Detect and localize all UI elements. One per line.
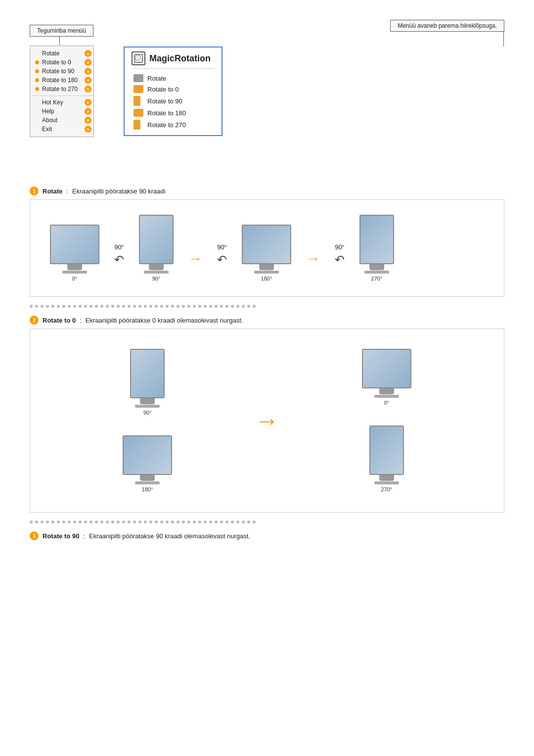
badge-4: 4 [85,77,91,84]
menu-item-hotkey[interactable]: Hot Key 6 [30,98,93,107]
badge-3: 3 [85,68,91,75]
section2-diagram: 90° 180° → 0° [30,329,504,513]
menu-label-help: Help [42,108,54,115]
menu-label-rotate: Rotate [42,50,59,57]
screen-270 [360,216,393,263]
magic-popup: MagicRotation Rotate Rotate to 0 Rotate … [124,47,222,136]
degree-0: 0° [72,276,78,282]
section1-diagram: 0° 90° ↷ 90° → 90° ↷ [30,199,504,297]
menu-label-rotate0: Rotate to 0 [42,59,71,66]
menu-label-rotate270: Rotate to 270 [42,86,78,93]
section3-colon: : [83,532,85,540]
section2-badge: 2 [30,316,39,325]
menu-item-rotate0[interactable]: Rotate to 0 2 [30,58,93,67]
monitor-screen-0 [50,225,99,264]
magic-item-rotate180[interactable]: Rotate to 180 [132,107,215,118]
menu-label-rotate180: Rotate to 180 [42,77,78,84]
arrow-orange-2: → [306,251,320,267]
degree-270: 270° [371,276,383,282]
menu-item-rotate90[interactable]: Rotate to 90 3 [30,67,93,76]
screen-0 [51,226,98,263]
badge-1: 1 [85,50,91,57]
section2-heading: 2 Rotate to 0 : Ekraanipilti pööratakse … [30,316,504,325]
magic-item-rotate90[interactable]: Rotate to 90 [132,94,215,107]
monitor2-180: 180° [123,435,172,492]
stand-0 [67,264,82,270]
stand2-90 [140,398,155,404]
section1-desc: Ekraanipilti pööratakse 90 kraadi [72,188,166,195]
spacer1 [30,147,504,187]
deg-top-1: 90° [114,243,124,251]
badge-9: 9 [85,126,91,133]
monitor-screen-180 [242,225,291,264]
screen2-0 [363,350,410,387]
section3-badge: 3 [30,531,39,540]
arrow-1: ↷ [114,253,124,267]
deg2-0: 0° [384,400,390,406]
arrow-orange-1: → [188,251,202,267]
dot-5 [35,87,39,91]
monitor2-screen-270 [369,425,404,475]
base-270 [364,271,389,274]
section3-desc: Ekraanipilti pööratakse 90 kraadi olemas… [89,532,250,540]
menu-item-about[interactable]: About 8 [30,116,93,125]
magic-icon-rotate0 [134,85,143,93]
magic-icon [132,51,145,65]
magic-title-row: MagicRotation [132,51,215,69]
screen2-180 [124,436,171,474]
section2-colon: : [80,317,82,324]
menu-item-exit[interactable]: Exit 9 [30,125,93,134]
screen-90 [140,216,173,263]
monitor2-screen-0 [362,349,411,388]
magic-label-rotate270: Rotate to 270 [147,121,186,129]
stand-270 [369,264,384,270]
monitor-0deg: 0° [50,222,99,282]
magic-item-rotate270[interactable]: Rotate to 270 [132,118,215,131]
base2-90 [135,405,160,408]
menu-item-help[interactable]: Help 7 [30,107,93,116]
magic-title-text: MagicRotation [149,53,211,64]
monitor-screen-270 [359,215,394,264]
magic-item-rotate0[interactable]: Rotate to 0 [132,84,215,94]
magic-label-rotate0: Rotate to 0 [147,86,179,93]
monitor2-270: 270° [369,425,404,492]
menu-label-exit: Exit [42,126,52,133]
magic-label-rotate180: Rotate to 180 [147,109,186,117]
deg-top-3: 90° [335,243,345,251]
base2-0 [374,395,399,398]
left-monitor-stack: 90° 180° [50,349,245,492]
magic-item-rotate[interactable]: Rotate [132,73,215,84]
badge-7: 7 [85,108,91,115]
degree-90: 90° [152,276,161,282]
screen2-90 [131,350,164,397]
dotted-divider-1 [30,305,504,308]
section2-desc: Ekraanipilti pööratakse 0 kraadi olemaso… [86,317,243,324]
degree-180: 180° [261,276,272,282]
menu-label-hotkey: Hot Key [42,99,63,106]
badge-8: 8 [85,117,91,124]
arrow-center: → [255,406,279,435]
right-section: Menüü avaneb parema hiireklõpsuga. Magic… [124,20,504,136]
menu-item-rotate270[interactable]: Rotate to 270 5 [30,85,93,94]
section3-key: Rotate to 90 [43,532,79,540]
section1-key: Rotate [43,188,62,195]
magic-icon-rotate90 [134,96,140,106]
dot-3 [35,69,39,73]
magic-icon-rotate [134,74,143,82]
arrow3-wrap: 90° ↷ [335,243,345,267]
deg-top-2: 90° [217,243,227,251]
badge-5: 5 [85,86,91,93]
right-monitor-stack: 0° 270° [289,349,484,492]
arrow-2: ↷ [217,253,227,267]
arrow-3: ↷ [335,253,345,267]
base-90 [144,271,169,274]
menu-item-rotate180[interactable]: Rotate to 180 4 [30,76,93,85]
top-diagram: Tegumiriba menüü Rotate 1 Rotate to 0 2 … [30,20,504,137]
deg2-180: 180° [142,486,153,492]
base-180 [254,271,279,274]
monitor-180deg: 180° [242,225,291,282]
badge-6: 6 [85,99,91,106]
base2-180 [135,481,160,484]
monitor-90deg: 90° [139,215,174,282]
menu-item-rotate[interactable]: Rotate 1 [30,49,93,58]
